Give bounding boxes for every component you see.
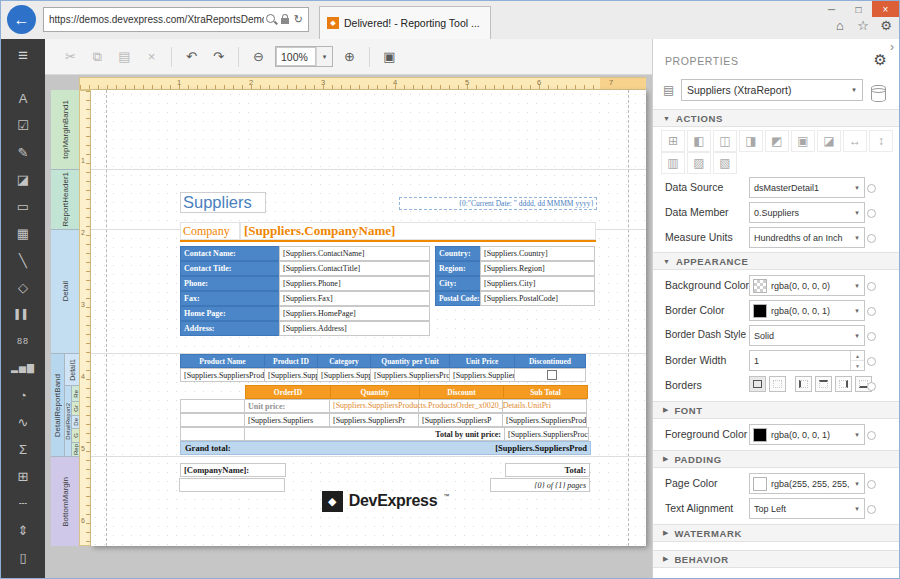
address-bar[interactable]: https://demos.devexpress.com/XtraReports…	[43, 7, 309, 32]
column-header[interactable]: Unit Price	[449, 354, 515, 368]
report-title-label[interactable]: Suppliers	[180, 192, 266, 213]
reset-indicator[interactable]	[867, 357, 876, 366]
field-value[interactable]: [Suppliers.SuppliersProd	[180, 368, 265, 382]
field-value[interactable]: [Suppliers.Suppliers	[449, 368, 515, 382]
reset-indicator[interactable]	[867, 307, 876, 316]
align-bottom-icon[interactable]: ◪	[817, 130, 841, 152]
text-alignment-select[interactable]: Top Left ▾	[749, 498, 865, 519]
reset-indicator[interactable]	[867, 209, 876, 218]
column-header[interactable]: Quantity	[330, 385, 420, 399]
field-value[interactable]: [Suppliers.Suppliers	[244, 413, 330, 427]
unit-price-field[interactable]: [Suppliers.SuppliersProducts.ProductsOrd…	[333, 401, 591, 410]
company-field[interactable]: [Suppliers.CompanyName]	[240, 222, 596, 240]
field-label[interactable]: Home Page:	[180, 306, 280, 321]
band-sub-report-footer[interactable]: Rep	[72, 442, 79, 456]
cut-button[interactable]: ✂	[58, 45, 83, 69]
column-header[interactable]: Discontinued	[514, 354, 586, 368]
field-label[interactable]: Fax:	[180, 291, 280, 306]
reset-indicator[interactable]	[867, 431, 876, 440]
toolbox-picturebox[interactable]: ◪	[1, 166, 45, 193]
column-header[interactable]: Product Name	[180, 354, 265, 368]
toolbox-checkbox[interactable]: ☑	[1, 112, 45, 139]
copy-button[interactable]: ⧉	[85, 45, 110, 69]
chevron-down-icon[interactable]: ▾	[850, 209, 864, 217]
toolbox-line[interactable]: ╲	[1, 247, 45, 274]
current-date-label[interactable]: {0:"Current Date: " dddd, dd MMMM yyyy}	[399, 197, 597, 210]
same-width-icon[interactable]: ↔	[843, 130, 867, 152]
align-middle-icon[interactable]: ▣	[791, 130, 815, 152]
border-top-button[interactable]	[815, 376, 832, 392]
chevron-down-icon[interactable]: ▾	[316, 47, 332, 66]
toolbox-barcode[interactable]: ▌▌	[1, 301, 45, 328]
page-color-select[interactable]: rgba(255, 255, 255, 1) ▾	[749, 473, 865, 494]
toolbox-pagebreak[interactable]: ┄	[1, 490, 45, 517]
band-sub-group-footer[interactable]: G	[72, 428, 79, 442]
section-appearance[interactable]: ▼ APPEARANCE	[653, 252, 900, 270]
section-behavior[interactable]: ▶ BEHAVIOR	[653, 550, 900, 568]
field-list-icon[interactable]	[871, 85, 886, 102]
preview-button[interactable]: ▣	[377, 45, 402, 69]
border-dash-style-select[interactable]: Solid ▾	[749, 325, 865, 346]
field-value[interactable]: [Suppliers.Fax]	[279, 291, 430, 306]
toolbox-crossband-box[interactable]: ▯	[1, 544, 45, 571]
background-color-select[interactable]: rgba(0, 0, 0, 0) ▾	[749, 275, 865, 296]
field-label[interactable]: City:	[435, 276, 481, 291]
lock-icon[interactable]	[281, 18, 289, 24]
home-icon[interactable]: ⌂	[831, 18, 849, 33]
reset-indicator[interactable]	[867, 234, 876, 243]
foreground-color-select[interactable]: rgba(0, 0, 0, 1) ▾	[749, 424, 865, 445]
toolbox-subreport[interactable]: Σ	[1, 436, 45, 463]
border-color-select[interactable]: rgba(0, 0, 0, 1) ▾	[749, 300, 865, 321]
search-icon[interactable]	[266, 14, 275, 23]
toolbox-pivotgrid[interactable]: ⊞	[1, 463, 45, 490]
element-selector[interactable]: Suppliers (XtraReport) ▾	[681, 79, 863, 101]
field-value[interactable]: [Suppliers.HomePage]	[279, 306, 430, 321]
discontinued-cell[interactable]	[514, 368, 586, 382]
borders-all-button[interactable]	[749, 376, 766, 392]
field-value[interactable]: [Suppliers.SuppliersPr	[329, 413, 419, 427]
checkbox-control[interactable]	[547, 370, 557, 380]
toolbox-richtext[interactable]: ✎	[1, 139, 45, 166]
company-label[interactable]: Company	[180, 222, 240, 240]
field-value[interactable]: [Suppliers.SuppliersP	[418, 413, 503, 427]
field-value[interactable]: [Suppliers.PostalCode]	[480, 291, 595, 306]
chevron-down-icon[interactable]: ▾	[850, 234, 864, 242]
align-to-grid-icon[interactable]: ⊞	[661, 130, 685, 152]
chevron-down-icon[interactable]: ▾	[850, 282, 864, 290]
reset-indicator[interactable]	[867, 282, 876, 291]
section-padding[interactable]: ▶ PADDING	[653, 450, 900, 468]
footer-total-label[interactable]: Total:	[505, 463, 590, 477]
reset-indicator[interactable]	[867, 480, 876, 489]
chevron-down-icon[interactable]: ▾	[850, 431, 864, 439]
borders-none-button[interactable]	[769, 376, 786, 392]
measure-units-select[interactable]: Hundredths of an Inch ▾	[749, 227, 865, 248]
field-value[interactable]: [Suppliers.SuppliersProd	[502, 413, 587, 427]
browser-tab[interactable]: ◆ Delivered! - Reporting Tool ...	[319, 6, 491, 39]
band-sub-detail[interactable]: De	[72, 415, 79, 429]
chevron-down-icon[interactable]: ▾	[850, 184, 864, 192]
band-sub-group-header[interactable]: Gr	[72, 401, 79, 415]
chevron-down-icon[interactable]: ▾	[846, 80, 862, 100]
field-label[interactable]: Country:	[435, 246, 481, 261]
band-detail1[interactable]: Detail1	[65, 354, 79, 385]
toolbox-chart[interactable]: ▂▅▇	[1, 355, 45, 382]
field-value[interactable]: [Suppliers.SuppliersPro	[370, 368, 450, 382]
field-value[interactable]: [Suppliers.ContactName]	[279, 246, 430, 261]
spin-down-icon[interactable]: ▼	[851, 361, 864, 370]
reset-indicator[interactable]	[867, 505, 876, 514]
paste-button[interactable]: ▤	[112, 45, 137, 69]
reset-indicator[interactable]	[867, 184, 876, 193]
toolbox-crossband-line[interactable]: ⇕	[1, 517, 45, 544]
undo-button[interactable]: ↶	[179, 45, 204, 69]
field-value[interactable]: [Suppliers.City]	[480, 276, 595, 291]
border-left-button[interactable]	[795, 376, 812, 392]
company-row[interactable]: Company [Suppliers.CompanyName]	[180, 222, 596, 242]
empty-cell[interactable]	[180, 399, 245, 413]
empty-cell[interactable]	[180, 413, 245, 427]
redo-button[interactable]: ↷	[206, 45, 231, 69]
toolbox-gauge[interactable]: ◔	[1, 382, 45, 409]
align-top-icon[interactable]: ◩	[765, 130, 789, 152]
devexpress-logo[interactable]: ◆ DevExpress ™	[180, 489, 591, 513]
zoom-in-button[interactable]: ⊕	[337, 45, 362, 69]
column-header[interactable]: Product ID	[264, 354, 318, 368]
